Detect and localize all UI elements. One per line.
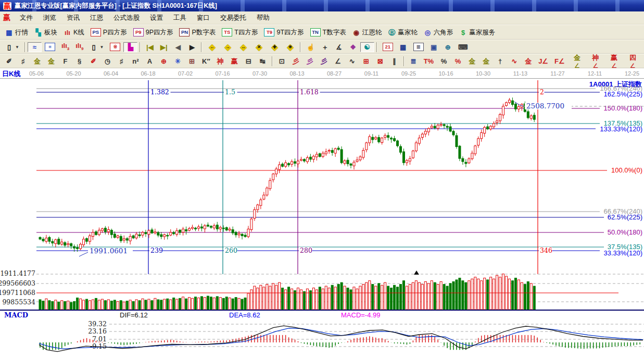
a-line-button[interactable]: A (143, 56, 157, 66)
p-table-button[interactable]: PNP数字表 (176, 27, 219, 38)
9p-square-button[interactable]: P99P四方形 (130, 27, 176, 38)
gold-level-2-button[interactable]: 金 (44, 56, 58, 66)
percent-button[interactable]: % (437, 56, 451, 66)
four-angle-button[interactable]: 四∠ (623, 53, 642, 70)
f-angle-button[interactable]: F∠ (551, 56, 568, 66)
fan-red-button[interactable]: 彡 (289, 56, 303, 66)
calendar-button[interactable]: 21 (380, 42, 396, 52)
k-quote-button[interactable]: K″ (199, 56, 213, 66)
quotes-button[interactable]: ▦行情 (2, 27, 31, 38)
gold-red-button[interactable]: 金 (521, 56, 535, 66)
shen-angle-button[interactable]: 神∠ (586, 53, 605, 70)
zigzag-mode-button[interactable]: ≈ (28, 42, 42, 52)
target-red-button[interactable]: ⊕ (157, 56, 171, 66)
t-square-button[interactable]: TST四方形 (219, 27, 261, 38)
win-tool-button[interactable]: 赢 (228, 56, 242, 66)
bars-3-button[interactable]: ılı3 (58, 41, 72, 54)
corner-box-button[interactable]: ⊡ (275, 56, 289, 66)
t-percent-button[interactable]: T% (421, 56, 437, 66)
star-blue-button[interactable]: ✳ (171, 56, 185, 66)
diamond-star-button[interactable]: ◆✳ (282, 42, 298, 53)
wave-v-button[interactable]: ∿ (345, 56, 359, 66)
gold-circle-button[interactable]: 金 (465, 56, 479, 66)
menu-item-gann[interactable]: 江恩 (85, 12, 108, 24)
diamond-hspan-icon: ◆↔ (238, 43, 248, 52)
chart-canvas[interactable]: 日K线05-0605-2006-0406-1807-0207-1607-3008… (0, 68, 644, 357)
window-titlebar[interactable]: 赢 赢家江恩专业版[赢家内部服务平台] - [上证指数 SH1A0001-167… (0, 0, 644, 11)
diamond-right-button[interactable]: ◆→ (220, 42, 235, 53)
tick-lines-button[interactable]: ♯ (16, 56, 30, 66)
arrows-h-button[interactable]: ↹ (256, 56, 270, 66)
crosshair-tool-button[interactable]: ＋ (318, 42, 332, 52)
red-pen-button[interactable]: ✐ (86, 56, 100, 66)
color-histogram-button[interactable]: ▙ (123, 42, 137, 52)
quote-doc-button[interactable]: ≡ (42, 42, 58, 52)
gann-wheel-button[interactable]: ◉江恩轮 (349, 27, 385, 38)
gann-frame-tool-button[interactable]: ❖ (346, 42, 360, 52)
sectors-button[interactable]: ▚板块 (31, 27, 60, 38)
ruler-123-button[interactable]: ⊟ (242, 56, 256, 66)
grid-box-button[interactable]: ⊞ (185, 56, 199, 66)
pattern-tool-icon: ☯ (363, 43, 371, 51)
spiral-5-button[interactable]: § (72, 56, 86, 66)
p-square-button[interactable]: PSP四方形 (87, 27, 130, 38)
calculator-button[interactable]: ▦ (396, 42, 410, 52)
workstation-button[interactable]: ⌨ (455, 42, 471, 52)
nav-next-button[interactable]: ▶ (185, 42, 199, 52)
pattern-tool-button[interactable]: ☯ (360, 42, 374, 52)
n-square-button[interactable]: n² (129, 56, 143, 66)
winner-wheel-button[interactable]: Ⓑ赢家轮 (385, 27, 421, 38)
notebook-button[interactable]: ≣ (410, 42, 427, 52)
menu-item-window-menu[interactable]: 窗口 (192, 12, 215, 24)
menu-item-news[interactable]: 资讯 (61, 12, 85, 24)
sword-button[interactable]: † (493, 56, 507, 66)
save-button[interactable]: ▣ (427, 42, 441, 52)
grid-red-1-button[interactable]: ⊞ (359, 56, 373, 66)
diamond-cross-button[interactable]: ◆✕ (251, 42, 267, 53)
diamond-left-button[interactable]: ◆← (204, 42, 220, 53)
nav-prev-button[interactable]: ◀ (171, 42, 185, 52)
9t-square-button[interactable]: T99T四方形 (261, 27, 307, 38)
time-clock-button[interactable]: ◷ (100, 56, 115, 66)
kline-button[interactable]: ılıK线 (60, 27, 87, 38)
candle-hollow-button[interactable]: ▯▼ (87, 42, 107, 52)
menu-item-file[interactable]: 文件 (15, 12, 38, 24)
shen-tool-button[interactable]: 神 (213, 56, 228, 66)
gold-angle-button[interactable]: 金∠ (568, 53, 587, 70)
menu-item-help[interactable]: 帮助 (251, 12, 275, 24)
pattern-box-button[interactable]: ※ (107, 42, 123, 52)
bars-9-button[interactable]: ılı9 (72, 41, 86, 54)
t-table-button[interactable]: TNT数字表 (307, 27, 349, 38)
a-wave-red-button[interactable]: ∿ (507, 56, 521, 66)
hand-tool-button[interactable]: ☝ (303, 42, 318, 52)
winner-service-button[interactable]: $赢家服务 (456, 27, 498, 38)
menu-item-formula-select[interactable]: 公式选股 (108, 12, 145, 24)
diamond-plus-button[interactable]: ◆✚ (267, 42, 282, 53)
angle-lines-button[interactable]: ∠ (331, 56, 345, 66)
candle-style-button[interactable]: ▯▼ (2, 42, 22, 52)
j-angle-button[interactable]: J∠ (535, 56, 551, 66)
list-bars-button[interactable]: ≣ (407, 56, 421, 66)
menu-item-settings[interactable]: 设置 (145, 12, 168, 24)
menu-item-tools[interactable]: 工具 (168, 12, 192, 24)
diamond-hspan-button[interactable]: ◆↔ (235, 42, 251, 53)
win-angle-button[interactable]: 赢∠ (605, 53, 624, 70)
gold-lines-button[interactable]: 金 (479, 56, 493, 66)
menu-item-trade[interactable]: 交易委托 (215, 12, 251, 24)
eraser-pen-button[interactable]: ✐ (2, 56, 16, 66)
nav-last-button[interactable]: ▶| (157, 42, 171, 52)
web-link-button[interactable]: ⊕ (441, 42, 455, 52)
fan-purple-button[interactable]: 彡 (303, 56, 317, 66)
nav-first-button[interactable]: |◀ (143, 42, 157, 52)
grid-red-2-button[interactable]: ⊠ (373, 56, 387, 66)
menu-item-browse[interactable]: 浏览 (38, 12, 61, 24)
fib-f-button[interactable]: F (58, 56, 72, 66)
parallel-lines-button[interactable]: ∥ (387, 56, 401, 66)
tick-lines-2-button[interactable]: ♯ (115, 56, 129, 66)
hexagon-button[interactable]: ◎六角形 (421, 27, 457, 38)
fan-purple-box-button[interactable]: 彡 (317, 56, 331, 66)
percent-line-button[interactable]: % (451, 56, 465, 66)
gold-level-1-button[interactable]: 金 (30, 56, 44, 66)
angle-tool-button[interactable]: ∡ (332, 42, 346, 52)
svg-text:99855534: 99855534 (2, 298, 35, 306)
